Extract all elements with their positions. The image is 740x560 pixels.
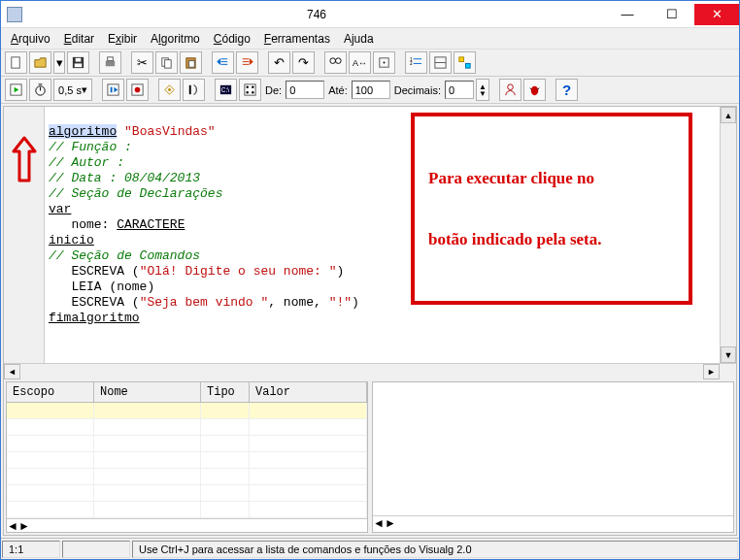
numbered-list-button[interactable]: 12 xyxy=(405,51,427,74)
minimize-button[interactable]: — xyxy=(605,4,650,25)
table-row[interactable] xyxy=(7,403,367,419)
menu-ajuda[interactable]: Ajuda xyxy=(338,30,380,48)
timer-value-select[interactable]: 0,5 s ▾ xyxy=(53,79,92,101)
vertical-scrollbar[interactable]: ▲ ▼ xyxy=(720,107,736,363)
menu-editar[interactable]: Editar xyxy=(58,30,100,48)
run-button[interactable] xyxy=(5,79,27,101)
new-button[interactable] xyxy=(5,51,27,74)
profile-button[interactable] xyxy=(499,79,521,101)
scroll-right-button[interactable]: ► xyxy=(703,364,720,379)
help-button[interactable]: ? xyxy=(555,79,578,101)
col-valor[interactable]: Valor xyxy=(250,382,367,402)
table-row[interactable] xyxy=(7,502,367,518)
table-row[interactable] xyxy=(7,485,367,502)
step-button[interactable] xyxy=(102,79,124,101)
col-tipo[interactable]: Tipo xyxy=(201,382,250,402)
svg-rect-9 xyxy=(189,61,195,68)
instruction-arrow-icon xyxy=(12,136,37,184)
indent-right-button[interactable] xyxy=(236,51,258,74)
variables-panel: Escopo Nome Tipo Valor ◄ ► xyxy=(6,381,368,533)
svg-point-38 xyxy=(246,91,248,93)
svg-rect-4 xyxy=(106,61,115,67)
layout-button[interactable] xyxy=(429,51,452,74)
col-nome[interactable]: Nome xyxy=(94,382,201,402)
code-token: algoritmo xyxy=(49,124,117,139)
menu-ferramentas[interactable]: Ferramentas xyxy=(258,30,336,48)
random-button[interactable] xyxy=(239,79,261,101)
svg-rect-5 xyxy=(108,57,114,61)
table-row[interactable] xyxy=(7,419,367,436)
svg-rect-7 xyxy=(165,60,172,68)
status-position: 1:1 xyxy=(2,541,60,558)
svg-rect-3 xyxy=(76,58,82,62)
code-token: "!" xyxy=(329,295,352,310)
breakpoint-button[interactable] xyxy=(126,79,149,101)
replace-button[interactable]: A↔ xyxy=(349,51,371,74)
menu-codigo[interactable]: Código xyxy=(208,30,256,48)
svg-rect-22 xyxy=(465,63,470,68)
scroll-down-button[interactable]: ▼ xyxy=(721,346,736,363)
save-button[interactable] xyxy=(67,51,89,74)
find-button[interactable] xyxy=(324,51,347,74)
col-escopo[interactable]: Escopo xyxy=(7,382,94,402)
svg-text:2: 2 xyxy=(410,61,413,66)
scroll-up-button[interactable]: ▲ xyxy=(721,107,736,123)
print-button[interactable] xyxy=(99,51,121,74)
decimais-input[interactable] xyxy=(445,81,474,99)
pause-button[interactable] xyxy=(183,79,205,101)
variables-button[interactable] xyxy=(454,51,476,74)
code-token: , nome, xyxy=(268,295,328,310)
toolbar-1: ▾ ✂ ↶ ↷ A↔ 12 xyxy=(1,49,739,77)
code-token: "Olá! Digite o seu nome: " xyxy=(140,264,337,279)
open-button[interactable] xyxy=(29,51,51,74)
code-token: "BoasVindas" xyxy=(124,124,216,139)
table-row[interactable] xyxy=(7,452,367,469)
redo-button[interactable]: ↷ xyxy=(292,51,315,74)
open-dropdown[interactable]: ▾ xyxy=(53,51,65,74)
menu-exibir[interactable]: Exibir xyxy=(102,30,143,48)
horizontal-scrollbar[interactable] xyxy=(20,364,703,379)
dos-button[interactable]: C:\ xyxy=(215,79,237,101)
table-row[interactable] xyxy=(7,436,367,452)
code-token: fimalgoritmo xyxy=(49,311,140,325)
svg-rect-35 xyxy=(245,84,255,95)
copy-button[interactable] xyxy=(155,51,178,74)
scroll-left-button[interactable]: ◄ xyxy=(7,519,18,533)
code-token: nome: xyxy=(49,217,117,232)
code-editor[interactable]: algoritmo "BoasVindas" // Função : // Au… xyxy=(45,107,720,363)
goto-button[interactable] xyxy=(373,51,395,74)
close-button[interactable]: ✕ xyxy=(694,4,739,25)
decimais-spinner[interactable]: ▲▼ xyxy=(476,79,489,101)
menu-algoritmo[interactable]: Algoritmo xyxy=(145,30,206,48)
scroll-left-button[interactable]: ◄ xyxy=(4,364,20,379)
menu-arquivo[interactable]: Arquivo xyxy=(5,30,56,48)
indent-left-button[interactable] xyxy=(212,51,234,74)
cut-button[interactable]: ✂ xyxy=(131,51,153,74)
ate-input[interactable] xyxy=(352,81,390,99)
menubar: Arquivo Editar Exibir Algoritmo Código F… xyxy=(1,28,739,49)
timer-button[interactable] xyxy=(29,79,51,101)
scroll-right-button[interactable]: ► xyxy=(385,516,396,532)
variables-body[interactable] xyxy=(7,403,367,518)
scroll-right-button[interactable]: ► xyxy=(18,519,30,533)
table-row[interactable] xyxy=(7,469,367,485)
decimais-label: Decimais: xyxy=(392,84,443,96)
callout-line2: botão indicado pela seta. xyxy=(428,229,675,249)
code-token: // Seção de Declarações xyxy=(49,186,222,201)
scroll-left-button[interactable]: ◄ xyxy=(373,516,385,532)
window-title: 746 xyxy=(28,8,605,21)
bug-button[interactable] xyxy=(523,79,546,101)
code-token: ESCREVA ( xyxy=(49,295,140,310)
de-label: De: xyxy=(263,84,284,96)
svg-point-41 xyxy=(531,86,539,95)
paste-button[interactable] xyxy=(180,51,202,74)
ate-label: Até: xyxy=(326,84,350,96)
stop-button[interactable] xyxy=(158,79,181,101)
svg-rect-28 xyxy=(111,87,113,93)
maximize-button[interactable]: ☐ xyxy=(650,4,694,25)
output-body[interactable] xyxy=(373,382,733,515)
undo-button[interactable]: ↶ xyxy=(268,51,290,74)
svg-point-36 xyxy=(246,85,248,87)
statusbar: 1:1 Use Ctrl+J para acessar a lista de c… xyxy=(1,538,739,559)
de-input[interactable] xyxy=(286,81,324,99)
